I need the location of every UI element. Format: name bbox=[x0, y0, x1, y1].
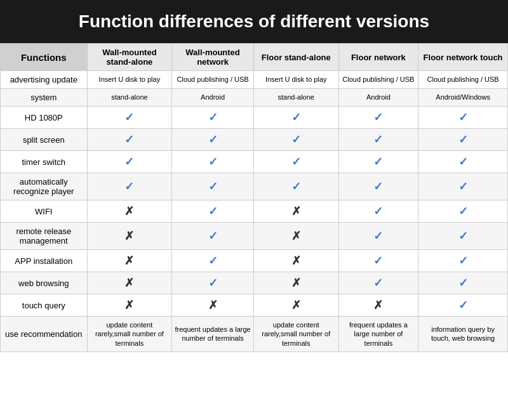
check-icon: ✓ bbox=[208, 133, 218, 146]
cross-icon: ✗ bbox=[291, 205, 301, 218]
table-cell: Android bbox=[172, 89, 254, 107]
table-cell: ✗ bbox=[253, 200, 338, 223]
check-icon: ✓ bbox=[124, 133, 134, 146]
table-cell: ✓ bbox=[172, 129, 254, 151]
cross-icon: ✗ bbox=[124, 205, 134, 218]
cross-icon: ✗ bbox=[124, 230, 134, 242]
table-cell: ✓ bbox=[418, 129, 508, 151]
table-row: APP installation✗✓✗✓✓ bbox=[1, 250, 508, 272]
table-row: split screen✓✓✓✓✓ bbox=[1, 129, 508, 151]
check-icon: ✓ bbox=[373, 155, 383, 168]
table-cell: ✓ bbox=[338, 223, 418, 250]
cross-icon: ✗ bbox=[124, 254, 134, 267]
table-cell: ✓ bbox=[338, 107, 418, 129]
check-icon: ✓ bbox=[208, 277, 218, 289]
table-cell: ✓ bbox=[418, 173, 508, 200]
check-icon: ✓ bbox=[373, 205, 383, 218]
table-cell: ✓ bbox=[87, 107, 172, 129]
table-cell: ✓ bbox=[418, 200, 508, 223]
col-header-functions: Functions bbox=[1, 44, 88, 71]
table-row: timer switch✓✓✓✓✓ bbox=[1, 151, 508, 173]
table-cell: ✓ bbox=[87, 151, 172, 173]
check-icon: ✓ bbox=[373, 254, 383, 267]
table-cell: ✓ bbox=[338, 250, 418, 272]
table-cell: ✗ bbox=[172, 294, 254, 317]
table-row: automatically recognize player✓✓✓✓✓ bbox=[1, 173, 508, 200]
table-cell: Android bbox=[338, 89, 418, 107]
table-row: remote release management✗✓✗✓✓ bbox=[1, 223, 508, 250]
table-cell: ✓ bbox=[253, 107, 338, 129]
table-cell: frequent updates a large number of termi… bbox=[172, 317, 254, 352]
table-cell: ✗ bbox=[253, 250, 338, 272]
table-cell: Cloud publishing / USB bbox=[418, 71, 508, 89]
table-cell: ✗ bbox=[87, 250, 172, 272]
check-icon: ✓ bbox=[458, 230, 468, 242]
table-cell: information query by touch, web browsing bbox=[418, 317, 508, 352]
table-cell: ✓ bbox=[172, 107, 254, 129]
table-row: web browsing✗✓✗✓✓ bbox=[1, 272, 508, 294]
table-cell: ✓ bbox=[87, 129, 172, 151]
table-cell: ✓ bbox=[172, 272, 254, 294]
table-cell: ✓ bbox=[172, 151, 254, 173]
row-label: timer switch bbox=[1, 151, 88, 173]
table-row: touch query✗✗✗✗✓ bbox=[1, 294, 508, 317]
row-label: system bbox=[1, 89, 88, 107]
check-icon: ✓ bbox=[291, 155, 301, 168]
row-label: automatically recognize player bbox=[1, 173, 88, 200]
table-row: HD 1080P✓✓✓✓✓ bbox=[1, 107, 508, 129]
table-row: use recommendationupdate content rarely,… bbox=[1, 317, 508, 352]
cross-icon: ✗ bbox=[124, 277, 134, 289]
check-icon: ✓ bbox=[291, 111, 301, 124]
table-cell: frequent updates a large number of termi… bbox=[338, 317, 418, 352]
check-icon: ✓ bbox=[208, 254, 218, 267]
col-header-wall-standalone: Wall-mounted stand-alone bbox=[87, 44, 172, 71]
table-header-row: Functions Wall-mounted stand-alone Wall-… bbox=[1, 44, 508, 71]
table-cell: ✓ bbox=[338, 272, 418, 294]
table-cell: ✓ bbox=[172, 223, 254, 250]
table-row: systemstand-aloneAndroidstand-aloneAndro… bbox=[1, 89, 508, 107]
table-cell: update content rarely,small number of te… bbox=[87, 317, 172, 352]
table-row: advertising updateInsert U disk to playC… bbox=[1, 71, 508, 89]
cross-icon: ✗ bbox=[291, 277, 301, 289]
check-icon: ✓ bbox=[291, 180, 301, 193]
cross-icon: ✗ bbox=[291, 230, 301, 242]
table-cell: ✓ bbox=[418, 223, 508, 250]
table-cell: ✗ bbox=[253, 223, 338, 250]
table-cell: ✓ bbox=[418, 151, 508, 173]
table-cell: stand-alone bbox=[253, 89, 338, 107]
table-cell: ✗ bbox=[87, 294, 172, 317]
table-cell: ✓ bbox=[338, 200, 418, 223]
check-icon: ✓ bbox=[373, 180, 383, 193]
table-cell: ✓ bbox=[253, 151, 338, 173]
table-cell: ✗ bbox=[87, 272, 172, 294]
row-label: APP installation bbox=[1, 250, 88, 272]
col-header-wall-network: Wall-mounted network bbox=[172, 44, 254, 71]
table-cell: ✗ bbox=[87, 200, 172, 223]
cross-icon: ✗ bbox=[124, 299, 134, 312]
check-icon: ✓ bbox=[458, 299, 468, 312]
check-icon: ✓ bbox=[124, 111, 134, 124]
table-cell: ✓ bbox=[253, 129, 338, 151]
check-icon: ✓ bbox=[458, 180, 468, 193]
page-title: Function differences of different versio… bbox=[0, 0, 508, 43]
check-icon: ✓ bbox=[458, 205, 468, 218]
check-icon: ✓ bbox=[208, 230, 218, 242]
row-label: split screen bbox=[1, 129, 88, 151]
table-cell: ✓ bbox=[253, 173, 338, 200]
check-icon: ✓ bbox=[291, 133, 301, 146]
table-cell: ✓ bbox=[338, 129, 418, 151]
table-cell: ✓ bbox=[172, 250, 254, 272]
table-cell: ✓ bbox=[338, 173, 418, 200]
check-icon: ✓ bbox=[458, 254, 468, 267]
table-cell: update content rarely,small number of te… bbox=[253, 317, 338, 352]
check-icon: ✓ bbox=[458, 277, 468, 289]
header: Function differences of different versio… bbox=[0, 0, 508, 43]
table-cell: Insert U disk to play bbox=[87, 71, 172, 89]
cross-icon: ✗ bbox=[208, 299, 218, 312]
table-cell: ✓ bbox=[418, 250, 508, 272]
table-cell: ✓ bbox=[338, 151, 418, 173]
row-label: web browsing bbox=[1, 272, 88, 294]
table-cell: ✗ bbox=[253, 272, 338, 294]
table-cell: Cloud publishing / USB bbox=[338, 71, 418, 89]
cross-icon: ✗ bbox=[291, 299, 301, 312]
